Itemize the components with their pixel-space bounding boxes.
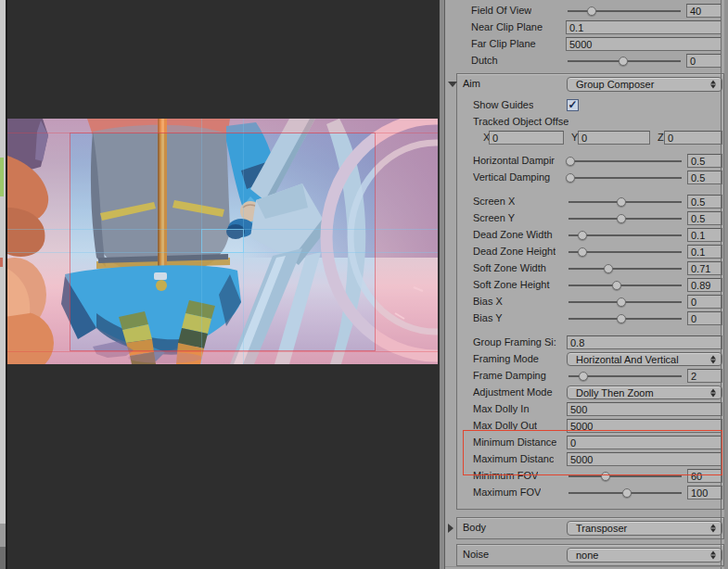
slider-track[interactable] — [568, 475, 682, 477]
value-field[interactable]: 0.5 — [687, 154, 722, 168]
slider-track[interactable] — [568, 268, 682, 270]
aim-header: Aim Group Composer — [457, 74, 723, 95]
inspector-edge-line — [721, 0, 722, 569]
field-control: 5000 — [566, 36, 722, 53]
aim-type-value: Group Composer — [576, 79, 654, 90]
dropdown-arrows-icon — [710, 551, 716, 560]
value-field[interactable]: 2 — [687, 369, 722, 383]
slider-track[interactable] — [568, 251, 682, 253]
field-control: 0.8 — [567, 335, 722, 351]
aim-type-dropdown[interactable]: Group Composer — [567, 77, 722, 92]
dropdown-arrows-icon — [710, 388, 716, 397]
slider-track[interactable] — [568, 177, 682, 179]
row-dutch: Dutch0 — [445, 53, 724, 70]
checkbox[interactable]: ✓ — [567, 99, 579, 111]
sliver-speck-green — [0, 158, 4, 196]
inspector-panel: Field Of View40Near Clip Plane0.1Far Cli… — [445, 0, 728, 569]
slider-track[interactable] — [568, 318, 682, 320]
slider-handle[interactable] — [619, 57, 628, 66]
value-field[interactable]: 0 — [687, 295, 722, 309]
annotation-highlight — [463, 430, 722, 475]
foldout-expanded-icon[interactable] — [448, 82, 457, 87]
slider-track[interactable] — [568, 284, 682, 286]
aim-label: Aim — [463, 78, 480, 89]
slider-track[interactable] — [568, 160, 682, 162]
dropdown-arrows-icon — [710, 81, 716, 89]
slider-handle[interactable] — [622, 488, 632, 498]
game-view-viewport[interactable] — [7, 119, 438, 364]
slider-handle[interactable] — [617, 314, 626, 323]
text-input[interactable]: 0.1 — [566, 20, 722, 34]
field-label: Near Clip Plane — [471, 21, 543, 32]
enum-dropdown[interactable]: Horizontal And Vertical — [567, 352, 722, 366]
row-dead-zone-width: Dead Zone Width0.1 — [457, 227, 723, 244]
slider-track[interactable] — [568, 234, 682, 236]
slider-track[interactable] — [568, 10, 681, 12]
value-field[interactable]: 0.89 — [687, 278, 722, 292]
slider-handle[interactable] — [578, 247, 587, 257]
slider-handle[interactable] — [566, 157, 575, 166]
body-type-dropdown[interactable]: Transposer — [567, 521, 722, 536]
field-label: Dead Zone Height — [473, 246, 556, 257]
row-soft-zone-height: Soft Zone Height0.89 — [457, 277, 723, 294]
value-field[interactable]: 0.1 — [687, 228, 722, 242]
field-control: 0.1 — [567, 244, 722, 260]
field-control: 0.1 — [566, 19, 722, 36]
field-label: Show Guides — [473, 99, 533, 110]
dropdown-value: Horizontal And Vertical — [576, 354, 679, 365]
value-field[interactable]: 0.5 — [687, 171, 722, 184]
value-field[interactable]: 100 — [687, 486, 722, 499]
slider-track[interactable] — [568, 301, 682, 303]
row-maximum-fov: Maximum FOV100 — [457, 485, 723, 501]
axis-input-z[interactable]: 0 — [664, 131, 722, 145]
value-field[interactable]: 0.1 — [687, 245, 722, 259]
field-label: Maximum FOV — [473, 487, 541, 498]
field-label: Screen Y — [473, 212, 515, 223]
slider-handle[interactable] — [579, 372, 588, 381]
value-field[interactable]: 0.5 — [687, 211, 722, 225]
slider-track[interactable] — [568, 201, 682, 203]
slider-handle[interactable] — [587, 6, 596, 16]
slider-handle[interactable] — [566, 173, 575, 183]
field-control: 0.5 — [567, 210, 722, 227]
slider-handle[interactable] — [617, 214, 626, 223]
slider-track[interactable] — [568, 218, 682, 220]
axis-input-y[interactable]: 0 — [578, 131, 650, 145]
field-control: 0 — [567, 310, 722, 327]
value-field[interactable]: 40 — [686, 4, 722, 18]
field-label: Dutch — [471, 55, 498, 66]
slider-handle[interactable] — [617, 297, 626, 307]
text-input[interactable]: 5000 — [566, 37, 722, 51]
slider-handle[interactable] — [604, 264, 613, 273]
slider-track[interactable] — [568, 492, 682, 494]
row-group-framing-si: Group Framing Si:0.8 — [457, 335, 723, 351]
slider-handle[interactable] — [578, 231, 587, 240]
field-label: Screen X — [473, 196, 515, 207]
field-label: Frame Damping — [473, 370, 546, 381]
value-field[interactable]: 0.5 — [687, 195, 722, 209]
row-adjustment-mode: Adjustment ModeDolly Then Zoom — [457, 385, 723, 401]
row-screen-x: Screen X0.5 — [457, 194, 723, 210]
axis-input-x[interactable]: 0 — [489, 131, 564, 145]
value-field[interactable]: 0 — [686, 54, 722, 68]
foldout-collapsed-icon[interactable] — [448, 524, 453, 533]
enum-dropdown[interactable]: Dolly Then Zoom — [567, 386, 722, 399]
slider-track[interactable] — [568, 60, 681, 62]
noise-type-dropdown[interactable]: none — [567, 548, 722, 563]
text-input[interactable]: 500 — [567, 402, 722, 416]
slider-track[interactable] — [568, 375, 682, 377]
field-label: Soft Zone Height — [473, 279, 550, 290]
slider-handle[interactable] — [617, 197, 626, 207]
slider-handle[interactable] — [612, 281, 621, 290]
field-label: Group Framing Si: — [473, 336, 556, 348]
field-control: 0.1 — [567, 227, 722, 244]
value-field[interactable]: 0 — [687, 311, 722, 325]
field-control: Horizontal And Vertical — [567, 351, 722, 368]
row-vertical-damping: Vertical Damping0.5 — [457, 170, 723, 186]
inspector-bottom-line — [445, 566, 724, 567]
text-input[interactable]: 0.8 — [567, 335, 722, 349]
body-type-value: Transposer — [576, 523, 627, 534]
row-soft-zone-width: Soft Zone Width0.71 — [457, 260, 723, 277]
value-field[interactable]: 0.71 — [687, 261, 722, 275]
field-control: 0.5 — [567, 170, 722, 186]
